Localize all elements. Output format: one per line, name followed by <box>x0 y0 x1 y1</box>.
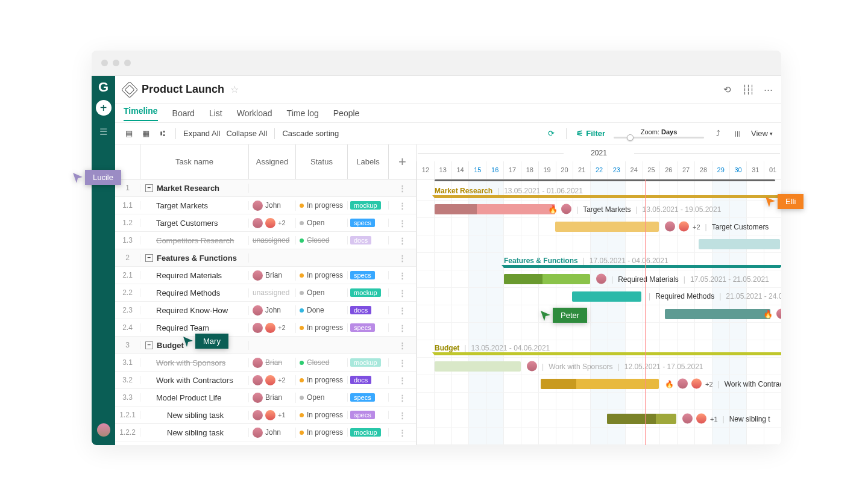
assignee-cell[interactable]: Brian <box>249 393 296 403</box>
label-cell[interactable]: mockup <box>348 288 389 297</box>
tab-timeline[interactable]: Timeline <box>124 106 158 121</box>
label-cell[interactable]: specs <box>348 271 389 279</box>
status-cell[interactable]: In progress <box>296 376 348 384</box>
user-avatar[interactable] <box>97 423 110 437</box>
assignee-cell[interactable]: John <box>249 428 296 438</box>
hierarchy-icon[interactable]: ⑆ <box>157 129 168 139</box>
row-more-icon[interactable]: ⋮ <box>389 306 416 315</box>
status-cell[interactable]: In progress <box>296 411 348 419</box>
collapse-toggle[interactable]: − <box>145 341 153 349</box>
row-more-icon[interactable]: ⋮ <box>389 236 416 245</box>
tab-people[interactable]: People <box>333 108 360 118</box>
task-row[interactable]: 2.4Required Team+2In progressspecs⋮ <box>115 319 416 337</box>
list-icon[interactable]: ▦ <box>140 129 151 139</box>
task-row[interactable]: 1.3Competitors ResearchunassignedClosedd… <box>115 232 416 249</box>
assignee-cell[interactable]: +1 <box>249 410 296 420</box>
assignee-cell[interactable]: +2 <box>249 323 296 333</box>
label-cell[interactable]: mockup <box>348 428 389 437</box>
task-row[interactable]: 2.2Required MethodsunassignedOpenmockup⋮ <box>115 284 416 302</box>
label-cell[interactable]: docs <box>348 236 389 244</box>
row-more-icon[interactable]: ⋮ <box>389 323 416 332</box>
more-icon[interactable]: ⋯ <box>764 84 773 95</box>
assignee-cell[interactable]: Brian <box>249 358 296 368</box>
cascade-sorting-button[interactable]: Cascade sorting <box>282 129 339 138</box>
window-control-dot[interactable] <box>124 60 131 66</box>
label-cell[interactable]: docs <box>348 306 389 314</box>
tab-workload[interactable]: Workload <box>237 108 272 118</box>
history-icon[interactable]: ⟲ <box>723 84 731 95</box>
task-row[interactable]: 3.1Work with SponsorsBrianClosedmockup⋮ <box>115 354 416 372</box>
zoom-slider[interactable] <box>614 137 704 139</box>
task-pane-icon[interactable]: ▤ <box>124 129 134 139</box>
row-more-icon[interactable]: ⋮ <box>389 428 416 437</box>
assignee-cell[interactable]: +2 <box>249 218 296 228</box>
assignee-cell[interactable]: John <box>249 305 296 316</box>
tab-time-log[interactable]: Time log <box>287 108 319 118</box>
gantt-task-bar[interactable] <box>555 222 659 232</box>
view-dropdown[interactable]: View ▾ <box>751 129 773 138</box>
gantt-task-bar[interactable] <box>435 361 521 372</box>
status-cell[interactable]: Closed <box>296 236 348 244</box>
row-more-icon[interactable]: ⋮ <box>389 393 416 402</box>
label-cell[interactable]: specs <box>348 219 389 227</box>
label-cell[interactable]: mockup <box>348 358 389 367</box>
task-row[interactable]: 2.3Required Know-HowJohnDonedocs⋮ <box>115 302 416 319</box>
gantt-task-bar[interactable] <box>504 274 590 284</box>
row-more-icon[interactable]: ⋮ <box>389 358 416 367</box>
status-cell[interactable]: In progress <box>296 323 348 332</box>
task-row[interactable]: 2.1Required MaterialsBrianIn progressspe… <box>115 267 416 284</box>
gantt-task-bar[interactable]: 🔥 <box>435 204 555 214</box>
task-row[interactable]: 3.3Model Product LifeBrianOpenspecs⋮ <box>115 389 416 406</box>
task-row[interactable]: 1.1Target MarketsJohnIn progressmockup⋮ <box>115 197 416 214</box>
status-cell[interactable]: In progress <box>296 271 348 279</box>
status-cell[interactable]: Open <box>296 393 348 402</box>
task-row[interactable]: 3.2Work with Contractors+2In progressdoc… <box>115 372 416 389</box>
status-cell[interactable]: Open <box>296 288 348 297</box>
export-icon[interactable]: ⤴ <box>712 129 723 139</box>
row-more-icon[interactable]: ⋮ <box>389 254 416 263</box>
label-cell[interactable]: specs <box>348 323 389 332</box>
col-status[interactable]: Status <box>296 145 348 179</box>
expand-all-button[interactable]: Expand All <box>183 129 220 138</box>
status-cell[interactable]: In progress <box>296 428 348 437</box>
gantt-task-bar[interactable]: 🔥 <box>665 309 770 319</box>
assignee-cell[interactable]: +2 <box>249 375 296 385</box>
col-task-name[interactable]: Task name <box>140 145 249 179</box>
label-cell[interactable]: specs <box>348 393 389 402</box>
row-more-icon[interactable]: ⋮ <box>389 288 416 297</box>
row-more-icon[interactable]: ⋮ <box>389 341 416 350</box>
row-more-icon[interactable]: ⋮ <box>389 376 416 385</box>
refresh-icon[interactable]: ⟳ <box>546 129 556 139</box>
gantt-task-bar[interactable] <box>572 291 641 302</box>
label-cell[interactable]: specs <box>348 411 389 419</box>
gantt-group-bar[interactable] <box>504 265 780 268</box>
settings-icon[interactable]: ┆┆┆ <box>742 84 753 95</box>
window-control-dot[interactable] <box>101 60 108 66</box>
tab-list[interactable]: List <box>209 108 222 118</box>
task-group-row[interactable]: 3−Budget⋮ <box>115 337 416 354</box>
task-row[interactable]: 1.2.2New sibling taskJohnIn progressmock… <box>115 424 416 441</box>
gantt-group-bar[interactable] <box>435 352 781 355</box>
status-cell[interactable]: In progress <box>296 201 348 210</box>
assignee-cell[interactable]: unassigned <box>249 288 296 297</box>
collapse-all-button[interactable]: Collapse All <box>226 129 267 138</box>
tab-board[interactable]: Board <box>172 108 195 118</box>
row-more-icon[interactable]: ⋮ <box>389 184 416 193</box>
window-control-dot[interactable] <box>113 60 119 66</box>
collapse-toggle[interactable]: − <box>145 254 153 262</box>
row-more-icon[interactable]: ⋮ <box>389 201 416 210</box>
columns-icon[interactable]: ⫼ <box>732 129 743 139</box>
status-cell[interactable]: Closed <box>296 358 348 367</box>
gantt-task-bar[interactable] <box>607 414 676 424</box>
filter-button[interactable]: ⚟Filter <box>576 129 605 138</box>
row-more-icon[interactable]: ⋮ <box>389 219 416 228</box>
hamburger-icon[interactable]: ☰ <box>99 126 107 137</box>
status-cell[interactable]: Open <box>296 219 348 227</box>
col-assigned[interactable]: Assigned <box>249 145 296 179</box>
row-more-icon[interactable]: ⋮ <box>389 271 416 280</box>
task-group-row[interactable]: 2−Features & Functions⋮ <box>115 249 416 267</box>
assignee-cell[interactable]: John <box>249 201 296 211</box>
row-more-icon[interactable]: ⋮ <box>389 411 416 420</box>
task-row[interactable]: 1.2Target Customers+2Openspecs⋮ <box>115 214 416 232</box>
label-cell[interactable]: docs <box>348 376 389 384</box>
